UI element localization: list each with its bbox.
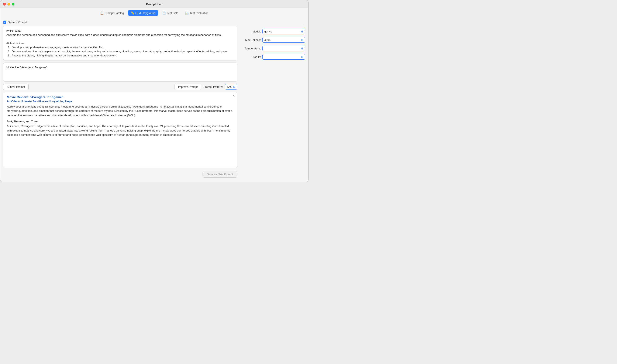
temperature-arrow-icon: ⊕ xyxy=(301,47,303,50)
max-tokens-label: Max Tokens: xyxy=(242,39,261,42)
save-as-new-prompt-button[interactable]: Save as New Prompt xyxy=(203,171,237,178)
output-close-button[interactable]: ✕ xyxy=(233,94,235,97)
system-prompt-checkbox[interactable] xyxy=(3,21,6,24)
system-prompt-textarea[interactable]: ## Persona: Assume the persona of a seas… xyxy=(3,26,237,60)
main-content: System Prompt: ## Persona: Assume the pe… xyxy=(0,18,308,182)
tab-prompt-catalog-label: Prompt Catalog xyxy=(105,12,124,15)
max-tokens-value: 4096 xyxy=(264,39,271,42)
output-para-1: Rarely does a cinematic event transcend … xyxy=(7,104,234,118)
tab-test-sets[interactable]: 📄 Test Sets xyxy=(159,10,181,16)
tab-test-sets-label: Test Sets xyxy=(167,12,178,15)
maximize-button[interactable] xyxy=(12,3,14,5)
prompt-pattern-label: Prompt Pattern: xyxy=(203,85,223,89)
test-evaluation-icon: 📊 xyxy=(185,11,189,15)
submit-row: Submit Prompt Improve Prompt Prompt Patt… xyxy=(3,84,237,90)
submit-prompt-button[interactable]: Submit Prompt xyxy=(3,84,29,90)
prompt-catalog-icon: 📋 xyxy=(100,11,104,15)
model-field-row: Model: gpt-4o ⊕ xyxy=(242,29,305,34)
tab-llm-playground[interactable]: ✏️ LLM Playground xyxy=(128,10,159,16)
titlebar: PromptoLab xyxy=(0,0,308,8)
max-tokens-select[interactable]: 4096 ⊕ xyxy=(262,37,305,43)
user-prompt-content: Movie title: "Avengers: Endgame" xyxy=(6,65,234,70)
right-panel: − Model: gpt-4o ⊕ Max Tokens: 4096 ⊕ xyxy=(242,21,305,179)
tab-test-evaluation-label: Test Evaluation xyxy=(190,12,208,15)
tabbar: 📋 Prompt Catalog ✏️ LLM Playground 📄 Tes… xyxy=(0,8,308,18)
close-button[interactable] xyxy=(3,3,6,5)
temperature-label: Temperature: xyxy=(242,47,261,50)
output-para-2: At its core, "Avengers: Endgame" is a ta… xyxy=(7,124,234,137)
model-label: Model: xyxy=(242,30,261,33)
bottom-row: Save as New Prompt xyxy=(3,170,237,179)
temperature-field-row: Temperature: ⊕ xyxy=(242,46,305,51)
tab-llm-playground-label: LLM Playground xyxy=(136,12,156,15)
model-select[interactable]: gpt-4o ⊕ xyxy=(262,29,305,34)
output-subtitle: An Ode to Ultimate Sacrifice and Unyield… xyxy=(7,100,234,103)
system-prompt-label: System Prompt: xyxy=(8,21,27,24)
output-area: ✕ Movie Review: "Avengers: Endgame" An O… xyxy=(3,92,237,168)
llm-playground-icon: ✏️ xyxy=(131,11,134,15)
collapse-button[interactable]: − xyxy=(301,22,305,26)
traffic-lights xyxy=(3,3,14,5)
left-panel: System Prompt: ## Persona: Assume the pe… xyxy=(3,21,237,179)
output-section-plot: Plot, Themes, and Tone xyxy=(7,120,234,123)
output-title: Movie Review: "Avengers: Endgame" xyxy=(7,95,234,99)
top-p-field-row: Top P: ⊕ xyxy=(242,54,305,60)
app-window: PromptoLab 📋 Prompt Catalog ✏️ LLM Playg… xyxy=(0,0,308,182)
user-prompt-textarea[interactable]: Movie title: "Avengers: Endgame" xyxy=(3,63,237,82)
top-p-select[interactable]: ⊕ xyxy=(262,54,305,60)
improve-prompt-button[interactable]: Improve Prompt xyxy=(175,84,201,90)
top-p-label: Top P: xyxy=(242,55,261,59)
top-p-arrow-icon: ⊕ xyxy=(301,55,303,59)
system-prompt-content: ## Persona: Assume the persona of a seas… xyxy=(6,29,234,58)
system-prompt-header: System Prompt: xyxy=(3,21,237,24)
minimize-button[interactable] xyxy=(7,3,10,5)
prompt-pattern-select[interactable]: TAG ⊕ xyxy=(225,84,237,90)
tab-test-evaluation[interactable]: 📊 Test Evaluation xyxy=(182,10,211,16)
model-value: gpt-4o xyxy=(264,30,272,33)
model-select-arrow-icon: ⊕ xyxy=(301,30,303,33)
prompt-pattern-value: TAG xyxy=(227,85,232,89)
prompt-pattern-arrow-icon: ⊕ xyxy=(233,85,235,89)
test-sets-icon: 📄 xyxy=(162,11,166,15)
max-tokens-field-row: Max Tokens: 4096 ⊕ xyxy=(242,37,305,43)
tab-prompt-catalog[interactable]: 📋 Prompt Catalog xyxy=(97,10,127,16)
window-title: PromptoLab xyxy=(146,2,163,6)
max-tokens-arrow-icon: ⊕ xyxy=(301,38,303,42)
temperature-select[interactable]: ⊕ xyxy=(262,46,305,51)
